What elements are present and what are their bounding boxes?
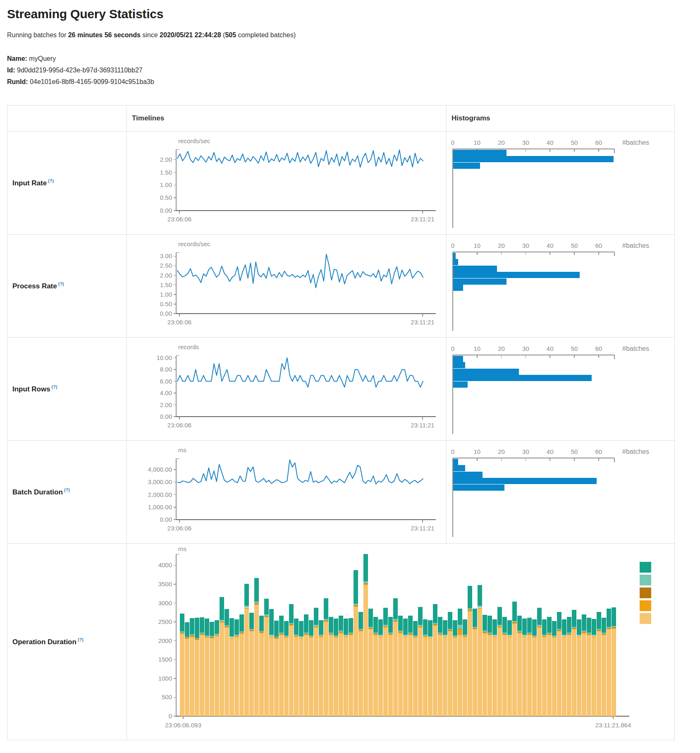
svg-text:#batches: #batches (622, 242, 649, 249)
help-icon[interactable]: (?) (58, 281, 64, 286)
svg-text:50: 50 (571, 448, 578, 455)
legend-swatch (640, 588, 651, 598)
legend-swatch (640, 562, 651, 573)
svg-text:4.00: 4.00 (160, 389, 172, 396)
svg-text:8.00: 8.00 (160, 366, 172, 373)
input-rate-timeline-chart: records/sec2.001.501.000.500.0023:06:062… (127, 132, 441, 234)
svg-text:0.00: 0.00 (160, 413, 172, 420)
svg-text:3000: 3000 (158, 600, 172, 607)
input-rate-timeline: records/sec2.001.501.000.500.0023:06:062… (127, 132, 441, 234)
svg-text:0: 0 (169, 712, 172, 719)
operation-duration-chart: ms4000350030002500200015001000500023:06:… (127, 544, 664, 740)
help-icon[interactable]: (?) (64, 487, 70, 492)
id-value: 9d0dd219-995d-423e-b97d-36931110bb27 (17, 67, 143, 74)
svg-text:60: 60 (595, 448, 602, 455)
table-row-process-rate: Process Rate(?) records/sec3.002.502.001… (7, 235, 675, 338)
row-label-batch-duration: Batch Duration(?) (7, 441, 127, 544)
help-icon[interactable]: (?) (48, 178, 54, 183)
streaming-query-statistics-page: Streaming Query Statistics Running batch… (0, 7, 700, 740)
operation-duration: ms4000350030002500200015001000500023:06:… (127, 544, 664, 740)
svg-text:4,000.00: 4,000.00 (148, 466, 172, 473)
svg-text:ms: ms (178, 446, 186, 453)
paren-open: ( (221, 31, 225, 38)
svg-text:10: 10 (473, 345, 480, 352)
svg-text:3,000.00: 3,000.00 (148, 478, 172, 485)
batch-duration-timeline: ms4,000.003,000.002,000.001,000.000.0023… (127, 441, 441, 543)
row-label-operation-duration: Operation Duration(?) (7, 544, 127, 740)
statistics-table: Timelines Histograms Input Rate(?) recor… (7, 105, 675, 740)
batch-duration-timeline-chart: ms4,000.003,000.002,000.001,000.000.0023… (127, 441, 441, 543)
running-prefix: Running batches for (7, 31, 68, 38)
svg-text:2.00: 2.00 (160, 156, 172, 163)
svg-text:23:11:21.864: 23:11:21.864 (595, 722, 631, 729)
table-row-input-rate: Input Rate(?) records/sec2.001.501.000.5… (7, 132, 675, 235)
batch-duration-histogram: 0102030405060#batches (447, 441, 669, 543)
id-label: Id: (7, 67, 15, 74)
query-id-line: Id: 9d0dd219-995d-423e-b97d-36931110bb27 (7, 65, 693, 76)
name-label: Name: (7, 55, 27, 62)
svg-text:0.50: 0.50 (160, 300, 172, 307)
svg-text:50: 50 (571, 242, 578, 249)
svg-text:50: 50 (571, 139, 578, 146)
row-label-input-rows: Input Rows(?) (7, 338, 127, 441)
svg-text:40: 40 (547, 448, 554, 455)
svg-text:1.00: 1.00 (160, 181, 172, 188)
process-rate-histogram: 0102030405060#batches (447, 235, 669, 337)
svg-text:1.00: 1.00 (160, 291, 172, 298)
svg-text:23:06:06: 23:06:06 (167, 422, 191, 429)
svg-text:60: 60 (595, 345, 602, 352)
svg-text:0: 0 (451, 139, 454, 146)
batch-duration-histogram-chart: 0102030405060#batches (447, 441, 669, 543)
svg-text:1,000.00: 1,000.00 (148, 504, 172, 511)
svg-text:2.00: 2.00 (160, 401, 172, 408)
svg-text:0.00: 0.00 (160, 207, 172, 214)
svg-text:2500: 2500 (158, 618, 172, 625)
input-rows-histogram: 0102030405060#batches (447, 338, 669, 440)
row-label-process-rate: Process Rate(?) (7, 235, 127, 338)
legend-swatch (640, 613, 651, 624)
svg-text:2000: 2000 (158, 637, 172, 644)
svg-text:500: 500 (162, 693, 172, 700)
svg-text:40: 40 (547, 242, 554, 249)
query-name-line: Name: myQuery (7, 53, 693, 65)
svg-text:2.50: 2.50 (160, 262, 172, 269)
help-icon[interactable]: (?) (78, 637, 84, 642)
svg-text:30: 30 (522, 448, 529, 455)
svg-text:records: records (178, 343, 199, 350)
svg-text:#batches: #batches (622, 448, 649, 455)
svg-text:23:11:21: 23:11:21 (411, 319, 434, 326)
svg-text:23:06:06.093: 23:06:06.093 (165, 722, 201, 729)
svg-text:23:11:21: 23:11:21 (411, 422, 434, 429)
row-label-text: Input Rate (12, 179, 47, 187)
svg-text:23:11:21: 23:11:21 (411, 216, 434, 223)
process-rate-timeline: records/sec3.002.502.001.501.000.500.002… (127, 235, 441, 337)
svg-text:2,000.00: 2,000.00 (148, 491, 172, 498)
svg-text:23:06:06: 23:06:06 (167, 525, 191, 532)
svg-text:0: 0 (451, 345, 454, 352)
svg-text:3500: 3500 (158, 580, 172, 588)
process-rate-timeline-chart: records/sec3.002.502.001.501.000.500.002… (127, 235, 441, 337)
svg-text:1.50: 1.50 (160, 281, 172, 288)
svg-text:60: 60 (595, 139, 602, 146)
timelines-header: Timelines (127, 106, 447, 132)
svg-text:0: 0 (451, 448, 454, 455)
svg-text:0: 0 (451, 242, 454, 249)
help-icon[interactable]: (?) (52, 384, 57, 389)
page-title: Streaming Query Statistics (7, 7, 693, 22)
query-runid-line: RunId: 04e101e6-8bf8-4165-9099-9104c951b… (7, 76, 693, 88)
row-label-text: Batch Duration (12, 488, 63, 496)
histograms-header: Histograms (447, 106, 675, 132)
svg-text:3.00: 3.00 (160, 252, 172, 259)
svg-text:1000: 1000 (158, 675, 172, 682)
svg-text:1500: 1500 (158, 656, 172, 663)
table-row-operation-duration: Operation Duration(?) ms4000350030002500… (7, 544, 675, 740)
svg-text:records/sec: records/sec (178, 240, 210, 247)
runid-value: 04e101e6-8bf8-4165-9099-9104c951ba3b (30, 78, 154, 85)
svg-text:20: 20 (498, 448, 505, 455)
svg-text:20: 20 (498, 139, 505, 146)
row-label-text: Process Rate (12, 282, 57, 290)
svg-text:ms: ms (178, 545, 186, 552)
table-row-input-rows: Input Rows(?) records10.008.006.004.002.… (7, 338, 675, 441)
running-duration: 26 minutes 56 seconds (68, 31, 141, 38)
svg-text:4000: 4000 (158, 561, 172, 568)
